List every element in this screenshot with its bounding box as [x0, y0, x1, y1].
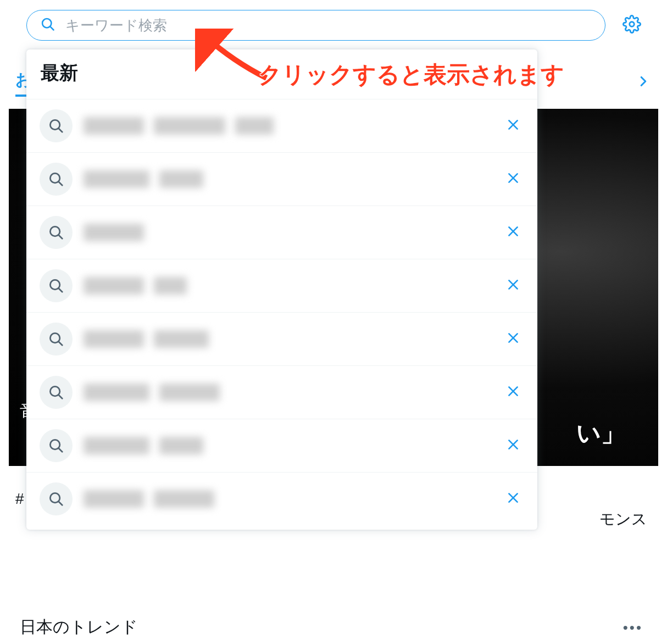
- search-icon: [40, 16, 55, 34]
- remove-history-button[interactable]: [502, 115, 524, 137]
- search-icon: [40, 109, 73, 142]
- search-icon: [40, 216, 73, 249]
- svg-line-16: [59, 288, 62, 292]
- history-text-redacted: [84, 277, 502, 295]
- remove-history-button[interactable]: [502, 275, 524, 297]
- history-text-redacted: [84, 330, 502, 348]
- history-text-redacted: [84, 384, 502, 401]
- photo-headline-fragment: い」: [576, 417, 625, 449]
- gear-icon: [622, 15, 641, 36]
- svg-line-20: [59, 342, 62, 345]
- history-text-redacted: [84, 224, 502, 241]
- remove-history-button[interactable]: [502, 381, 524, 403]
- japan-trend-label: 日本のトレンド: [20, 616, 138, 639]
- remove-history-button[interactable]: [502, 328, 524, 350]
- close-icon: [506, 277, 520, 294]
- remove-history-button[interactable]: [502, 221, 524, 243]
- search-icon: [40, 323, 73, 356]
- history-text-redacted: [84, 117, 502, 135]
- history-item[interactable]: [26, 312, 537, 365]
- search-icon: [40, 163, 73, 196]
- history-item[interactable]: [26, 152, 537, 206]
- close-icon: [506, 491, 520, 507]
- history-text-redacted: [84, 170, 502, 188]
- svg-line-1: [51, 27, 54, 30]
- search-history-dropdown: 最新: [26, 49, 537, 530]
- search-icon: [40, 376, 73, 409]
- history-item[interactable]: [26, 206, 537, 259]
- remove-history-button[interactable]: [502, 168, 524, 190]
- search-icon: [40, 482, 73, 515]
- close-icon: [506, 171, 520, 187]
- svg-line-8: [59, 182, 62, 185]
- svg-line-24: [59, 395, 62, 398]
- history-text-redacted: [84, 437, 502, 454]
- close-icon: [506, 331, 520, 347]
- chevron-right-icon[interactable]: [635, 73, 652, 92]
- close-icon: [506, 118, 520, 134]
- search-box[interactable]: [26, 10, 605, 41]
- svg-line-12: [59, 235, 62, 238]
- svg-point-2: [630, 22, 635, 27]
- svg-line-28: [59, 448, 62, 452]
- remove-history-button[interactable]: [502, 488, 524, 510]
- search-input[interactable]: [65, 17, 592, 34]
- history-item[interactable]: [26, 365, 537, 419]
- more-icon[interactable]: •••: [623, 619, 643, 636]
- svg-line-32: [59, 502, 62, 505]
- dropdown-title: 最新: [26, 49, 537, 99]
- history-item[interactable]: [26, 259, 537, 312]
- svg-line-4: [59, 129, 62, 132]
- close-icon: [506, 384, 520, 401]
- trend-right-fragment[interactable]: モンス: [599, 509, 647, 530]
- history-item[interactable]: [26, 99, 537, 152]
- history-text-redacted: [84, 490, 502, 508]
- close-icon: [506, 224, 520, 241]
- history-item[interactable]: [26, 419, 537, 472]
- remove-history-button[interactable]: [502, 435, 524, 457]
- close-icon: [506, 437, 520, 454]
- search-icon: [40, 429, 73, 462]
- history-item[interactable]: [26, 472, 537, 525]
- settings-button[interactable]: [619, 12, 645, 38]
- search-icon: [40, 269, 73, 302]
